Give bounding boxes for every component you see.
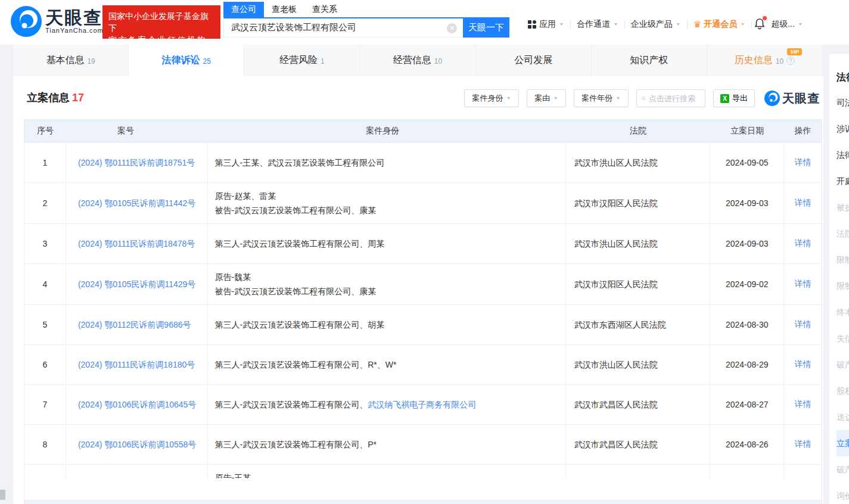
chevron-down-icon: ▼ — [676, 22, 681, 27]
table-search-box[interactable] — [636, 89, 705, 107]
watermark-swirl-icon — [764, 91, 780, 106]
logo-title: 天眼查 — [45, 9, 104, 27]
cell-parties: 原告-魏某被告-武汉云顶艺设装饰工程有限公司、康某 — [208, 264, 566, 304]
cell-case-no: (2024) 鄂0111民诉前调18751号 — [66, 143, 208, 182]
court-name: 武汉市洪山区人民法院 — [574, 155, 658, 170]
court-name: 武汉市武昌区人民法院 — [574, 437, 658, 452]
search-tab-1[interactable]: 查老板 — [264, 2, 304, 17]
logo-swirl-icon — [11, 6, 42, 37]
anchor-item-询价评估[interactable]: 询价评估 — [836, 483, 849, 504]
case-number-link[interactable]: (2024) 鄂0111民诉前调18751号 — [78, 155, 195, 170]
export-button[interactable]: X 导出 — [713, 89, 755, 107]
anchor-item-开庭公告[interactable]: 开庭公告 — [836, 168, 849, 194]
anchor-item-涉诉关系[interactable]: 涉诉关系 — [836, 116, 849, 142]
search-input[interactable] — [224, 18, 463, 37]
case-number-link[interactable]: (2024) 鄂0106民诉前调10645号 — [78, 397, 196, 412]
tianyancha-logo[interactable]: 天眼查 TianYanCha.com — [11, 6, 104, 37]
detail-link[interactable]: 详情 — [795, 319, 811, 330]
case-number-link[interactable]: (2024) 鄂0106民诉前调10558号 — [78, 437, 196, 452]
help-icon[interactable]: ? — [786, 57, 795, 65]
nav-apps[interactable]: 应用 ▼ — [528, 19, 564, 30]
cell-case-no: (2024) 鄂0105民诉前调11442号 — [66, 183, 208, 223]
notification-bell-icon[interactable] — [754, 18, 765, 32]
table-row: 5(2024) 鄂0112民诉前调9686号第三人-武汉云顶艺设装饰工程有限公司… — [24, 304, 822, 344]
anchor-item-送达公告[interactable]: 送达公告 — [836, 404, 849, 430]
search-tab-0[interactable]: 查公司 — [223, 2, 264, 17]
crown-icon: ♛ — [693, 19, 701, 30]
party-lines: 第三人-武汉云顶艺设装饰工程有限公司、R*、W* — [215, 357, 397, 372]
detail-link[interactable]: 详情 — [795, 157, 811, 168]
search-button[interactable]: 天眼一下 — [463, 17, 509, 38]
side-anchor-nav: 法律诉讼司法案件涉诉关系法律诉讼开庭公告被执行人法院公告限制消费令限制出境终本案… — [829, 54, 849, 504]
anchor-item-法律诉讼[interactable]: 法律诉讼 — [836, 142, 849, 168]
cell-action: 详情 — [784, 143, 822, 182]
tab-基本信息[interactable]: 基本信息19 — [13, 45, 129, 76]
company-link[interactable]: 武汉纳飞祺电子商务有限公司 — [368, 400, 476, 409]
nav-apps-label: 应用 — [539, 19, 556, 30]
nav-channel[interactable]: 合作通道 ▼ — [577, 19, 618, 30]
tab-法律诉讼[interactable]: 法律诉讼25 — [129, 45, 244, 76]
filter-案由[interactable]: 案由▼ — [527, 89, 566, 107]
detail-link[interactable]: 详情 — [795, 439, 811, 450]
nav-divider — [624, 20, 625, 29]
table-search-input[interactable] — [649, 94, 700, 103]
party-line: 第三人-武汉云顶艺设装饰工程有限公司、P* — [215, 437, 377, 452]
tab-count: 25 — [203, 57, 211, 66]
detail-link[interactable]: 详情 — [795, 279, 811, 290]
anchor-item-司法案件[interactable]: 司法案件 — [836, 89, 849, 116]
party-lines: 第三人-武汉云顶艺设装饰工程有限公司、胡某 — [215, 318, 385, 332]
anchor-item-破产公告[interactable]: 破产公告 — [836, 456, 849, 483]
party-line: 第三人-武汉云顶艺设装饰工程有限公司、周某 — [215, 237, 385, 251]
tab-公司发展[interactable]: 公司发展 — [476, 45, 592, 76]
nav-super-vip[interactable]: 超级... ▼ — [771, 19, 803, 30]
filter-案件年份[interactable]: 案件年份▼ — [574, 89, 629, 107]
clear-search-icon[interactable]: ✕ — [447, 23, 457, 33]
chevron-down-icon: ▼ — [506, 96, 511, 101]
anchor-item-终本案件[interactable]: 终本案件 — [836, 299, 849, 325]
cell-action: 详情 — [784, 224, 822, 263]
party-lines: 第三人-武汉云顶艺设装饰工程有限公司、周某 — [215, 237, 385, 251]
anchor-item-失信被执行人[interactable]: 失信被执行人 — [836, 325, 849, 351]
anchor-item-破产重整[interactable]: 破产重整 — [836, 351, 849, 378]
case-number-link[interactable]: (2024) 鄂0105民诉前调11442号 — [78, 196, 195, 210]
tab-历史信息[interactable]: 历史信息10VIP? — [707, 45, 822, 76]
tab-经营信息[interactable]: 经营信息10 — [360, 45, 475, 76]
party-line: 原告-赵某、雷某 — [215, 189, 377, 203]
detail-link[interactable]: 详情 — [795, 399, 811, 410]
anchor-item-限制消费令[interactable]: 限制消费令 — [836, 247, 849, 273]
detail-link[interactable]: 详情 — [795, 198, 811, 209]
case-number-link[interactable]: (2024) 鄂0112民诉前调9686号 — [78, 318, 191, 332]
nav-divider — [570, 20, 571, 29]
nav-enterprise[interactable]: 企业级产品 ▼ — [631, 19, 681, 30]
anchor-item-股权冻结[interactable]: 股权冻结 — [836, 378, 849, 404]
cell-case-no: (2024) 鄂0106民诉前调10645号 — [66, 385, 208, 424]
case-number-link[interactable]: (2024) 鄂0105民诉前调11429号 — [78, 277, 195, 291]
detail-link[interactable]: 详情 — [795, 359, 811, 370]
col-header-案件身份: 案件身份 — [208, 120, 566, 142]
party-text: 第三人-武汉云顶艺设装饰工程有限公司、 — [215, 400, 368, 409]
search-tab-2[interactable]: 查关系 — [304, 2, 345, 17]
tab-知识产权[interactable]: 知识产权 — [592, 45, 707, 76]
filter-toolbar: 案件身份▼案由▼案件年份▼ X 导出 天眼查 — [456, 89, 820, 107]
tab-count: 1 — [321, 57, 325, 66]
export-label: 导出 — [732, 93, 748, 104]
top-header: 天眼查 TianYanCha.com 国家中小企业发展子基金旗下 官方备案企业征… — [0, 0, 849, 45]
nav-open-vip[interactable]: ♛ 开通会员 ▼ — [693, 19, 745, 30]
anchor-item-限制出境[interactable]: 限制出境 — [836, 273, 849, 299]
party-text: 第三人-武汉云顶艺设装饰工程有限公司、周某 — [215, 239, 385, 248]
tab-经营风险[interactable]: 经营风险1 — [244, 45, 360, 76]
floating-widget[interactable] — [0, 490, 5, 500]
case-number-link[interactable]: (2024) 鄂0111民诉前调18478号 — [78, 237, 195, 251]
court-name: 武汉市武昌区人民法院 — [574, 397, 658, 412]
detail-link[interactable]: 详情 — [795, 238, 811, 249]
court-name: 武汉市洪山区人民法院 — [574, 237, 658, 251]
cell-index: 7 — [24, 385, 66, 424]
anchor-item-立案信息[interactable]: 立案信息 — [836, 430, 849, 456]
party-text: 第三人-武汉云顶艺设装饰工程有限公司、P* — [215, 440, 377, 449]
filter-案件身份[interactable]: 案件身份▼ — [464, 89, 519, 107]
anchor-item-法院公告[interactable]: 法院公告 — [836, 220, 849, 247]
tab-label: 基本信息 — [46, 54, 84, 67]
anchor-header: 法律诉讼 — [836, 71, 849, 89]
case-number-link[interactable]: (2024) 鄂0111民诉前调18180号 — [78, 357, 195, 372]
anchor-item-被执行人[interactable]: 被执行人 — [836, 194, 849, 220]
